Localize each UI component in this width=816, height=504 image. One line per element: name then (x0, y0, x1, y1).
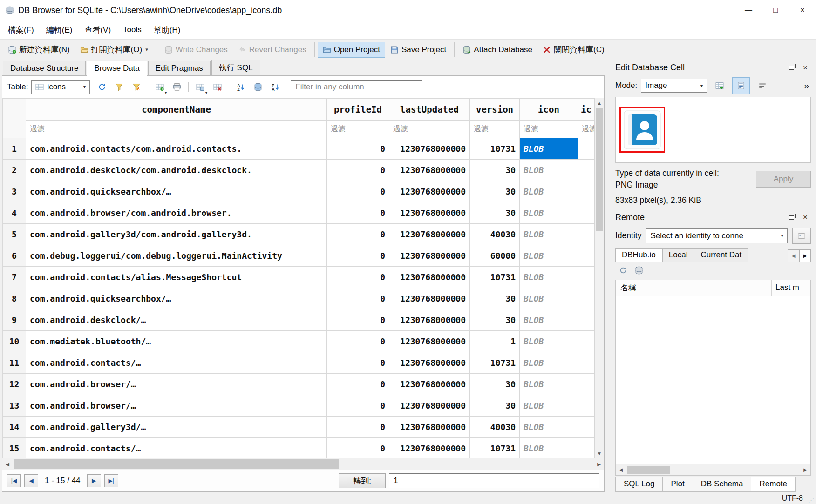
cell-componentName[interactable]: com.android.quicksearchbox/… (26, 288, 327, 309)
scroll-right-icon[interactable]: ▶ (594, 458, 604, 470)
cell-componentName[interactable]: com.android.contacts/alias.MessageShortc… (26, 267, 327, 288)
cell-version[interactable]: 30 (470, 181, 520, 202)
column-header-lastUpdated[interactable]: lastUpdated (389, 99, 470, 121)
filter-cell-version[interactable]: 過濾 (470, 121, 520, 138)
cell-icon[interactable]: BLOB (520, 417, 578, 438)
row-number-cell[interactable]: 13 (3, 395, 26, 417)
cell-componentName[interactable]: com.android.contacts/… (26, 438, 327, 459)
minimize-button[interactable]: — (735, 0, 762, 20)
cell-componentName[interactable]: com.android.browser/com.android.browser. (26, 202, 327, 224)
cell-componentName[interactable]: com.mediatek.bluetooth/… (26, 331, 327, 352)
menu-edit[interactable]: 編輯(E) (40, 21, 79, 39)
cell-lastUpdated[interactable]: 1230768000000 (389, 374, 470, 395)
close-panel-icon[interactable]: × (800, 212, 811, 223)
remote-tab-dbhub[interactable]: DBHub.io (615, 248, 662, 262)
filter-input[interactable] (291, 80, 422, 94)
cell-version[interactable]: 40030 (470, 417, 520, 438)
sort-desc-icon[interactable]: ZA (266, 79, 284, 95)
refresh-icon[interactable] (619, 266, 627, 275)
menu-help[interactable]: 幫助(H) (148, 21, 187, 39)
new-record-icon[interactable]: ▾ (151, 79, 168, 95)
chevron-down-icon[interactable]: ▾ (205, 90, 208, 95)
cell-version[interactable]: 60000 (470, 245, 520, 267)
cell-version[interactable]: 40030 (470, 224, 520, 245)
row-number-cell[interactable]: 5 (3, 224, 26, 245)
remote-tab-current-database[interactable]: Current Dat (694, 248, 748, 262)
cell-version[interactable]: 10731 (470, 267, 520, 288)
float-panel-icon[interactable] (786, 62, 797, 74)
panel-splitter[interactable] (606, 60, 610, 492)
tab-scroll-left-icon[interactable]: ◀ (788, 249, 799, 262)
clear-filter-icon[interactable] (128, 79, 145, 95)
cell-icon[interactable]: BLOB (520, 395, 578, 417)
cell-profileId[interactable]: 0 (327, 331, 389, 352)
column-header-icon[interactable]: icon (520, 99, 578, 121)
filter-cell-profileId[interactable]: 過濾 (327, 121, 389, 138)
cell-icon[interactable]: BLOB (520, 245, 578, 267)
row-number-cell[interactable]: 15 (3, 438, 26, 459)
menu-view[interactable]: 查看(V) (78, 21, 117, 39)
cell-icon[interactable]: BLOB (520, 224, 578, 245)
identity-select[interactable]: Select an identity to conne ▾ (646, 228, 788, 243)
cell-componentName[interactable]: com.android.contacts/… (26, 352, 327, 374)
filter-cell-ic[interactable]: 過濾 (578, 121, 595, 138)
tab-execute-sql[interactable]: 執行 SQL (211, 60, 260, 75)
menu-tools[interactable]: Tools (117, 22, 148, 38)
tab-database-structure[interactable]: Database Structure (3, 61, 86, 75)
cell-icon[interactable]: BLOB (520, 181, 578, 202)
cell-version[interactable]: 30 (470, 374, 520, 395)
text-view-button[interactable] (732, 77, 750, 94)
vertical-scrollbar-thumb[interactable] (596, 108, 603, 231)
cell-profileId[interactable]: 0 (327, 309, 389, 331)
remote-scrollbar-thumb[interactable] (627, 466, 670, 474)
scroll-right-icon[interactable]: ▶ (800, 464, 810, 475)
cell-icon[interactable]: BLOB (520, 202, 578, 224)
column-header-version[interactable]: version (470, 99, 520, 121)
cell-version[interactable]: 1 (470, 331, 520, 352)
cell-lastUpdated[interactable]: 1230768000000 (389, 267, 470, 288)
cell-profileId[interactable]: 0 (327, 438, 389, 459)
resize-grip[interactable]: ⋰ (808, 497, 814, 504)
tab-edit-pragmas[interactable]: Edit Pragmas (148, 61, 211, 75)
cell-profileId[interactable]: 0 (327, 181, 389, 202)
close-panel-icon[interactable]: × (800, 62, 811, 74)
column-header-componentName[interactable]: componentName (26, 99, 327, 121)
cell-profileId[interactable]: 0 (327, 224, 389, 245)
cell-lastUpdated[interactable]: 1230768000000 (389, 245, 470, 267)
cell-componentName[interactable]: com.debug.loggerui/com.debug.loggerui.Ma… (26, 245, 327, 267)
cell-version[interactable]: 10731 (470, 438, 520, 459)
cell-icon[interactable]: BLOB (520, 267, 578, 288)
remote-tab-local[interactable]: Local (662, 248, 694, 262)
save-project-button[interactable]: Save Project (385, 42, 451, 58)
row-number-cell[interactable]: 1 (3, 138, 26, 160)
cell-profileId[interactable]: 0 (327, 288, 389, 309)
vertical-scrollbar[interactable]: ▲ ▼ (594, 98, 604, 458)
delete-record-icon[interactable] (209, 79, 226, 95)
cell-icon[interactable]: BLOB (520, 309, 578, 331)
open-database-button[interactable]: 打開資料庫(O)▾ (75, 41, 153, 58)
scroll-down-icon[interactable]: ▼ (595, 449, 604, 458)
word-wrap-button[interactable] (754, 77, 771, 94)
cell-componentName[interactable]: com.android.gallery3d/… (26, 417, 327, 438)
remote-col-name[interactable]: 名稱 (616, 280, 771, 296)
cell-version[interactable]: 30 (470, 160, 520, 181)
goto-input[interactable] (389, 473, 599, 488)
float-panel-icon[interactable] (786, 212, 797, 223)
cell-lastUpdated[interactable]: 1230768000000 (389, 309, 470, 331)
close-button[interactable]: × (789, 0, 816, 20)
grid-corner-cell[interactable] (3, 99, 26, 138)
cell-profileId[interactable]: 0 (327, 202, 389, 224)
goto-button[interactable]: 轉到: (339, 473, 386, 488)
cell-componentName[interactable]: com.android.gallery3d/com.android.galler… (26, 224, 327, 245)
table-select[interactable]: icons ▾ (31, 80, 90, 94)
row-number-cell[interactable]: 14 (3, 417, 26, 438)
cell-icon[interactable]: BLOB (520, 331, 578, 352)
next-page-button[interactable]: ▶ (87, 474, 101, 487)
column-header-profileId[interactable]: profileId (327, 99, 389, 121)
cell-lastUpdated[interactable]: 1230768000000 (389, 138, 470, 160)
row-number-cell[interactable]: 2 (3, 160, 26, 181)
cell-lastUpdated[interactable]: 1230768000000 (389, 395, 470, 417)
apply-button[interactable]: Apply (756, 171, 811, 188)
cell-profileId[interactable]: 0 (327, 417, 389, 438)
filter-cell-componentName[interactable]: 過濾 (26, 121, 327, 138)
